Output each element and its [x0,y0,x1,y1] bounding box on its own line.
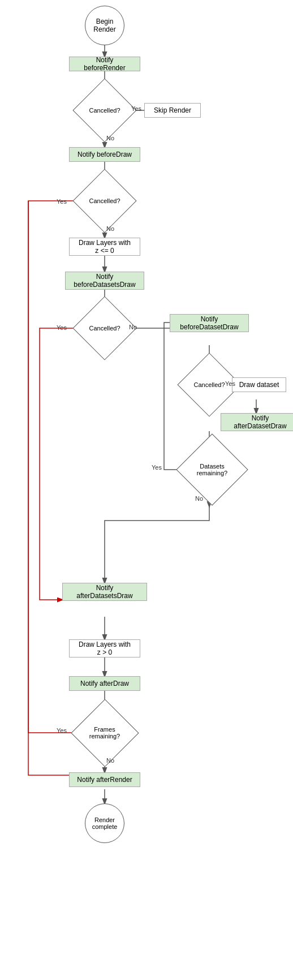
edge-label-yes-3: Yes [57,324,67,331]
draw-layers-z0-node: Draw Layers with z <= 0 [69,238,140,256]
notify-after-dataset-draw-label: Notify afterDatasetDraw [234,414,286,430]
draw-layers-z0-label: Draw Layers with z <= 0 [79,239,131,255]
edge-label-no-1: No [106,135,114,141]
edge-label-no-frames: No [106,757,114,764]
begin-render-label: Begin Render [85,18,124,33]
notify-before-dataset-draw-node: Notify beforeDatasetDraw [170,314,249,332]
edge-label-yes-1: Yes [131,105,141,112]
edge-label-no-3: No [129,324,137,330]
render-complete-label: Render complete [92,816,118,830]
notify-before-render-node: Notify beforeRender [69,57,140,71]
render-complete-node: Render complete [85,803,124,843]
notify-before-datasets-draw-label: Notify beforeDatasetsDraw [74,273,135,289]
notify-before-dataset-draw-label: Notify beforeDatasetDraw [180,315,238,331]
notify-after-datasets-draw-label: Notify afterDatasetsDraw [76,584,132,600]
draw-dataset-label: Draw dataset [239,381,279,389]
skip-render-label: Skip Render [154,106,191,114]
notify-after-draw-node: Notify afterDraw [69,676,140,691]
edge-label-yes-4: Yes [225,380,235,387]
notify-after-render-node: Notify afterRender [69,772,140,787]
notify-before-draw-label: Notify beforeDraw [77,151,132,158]
datasets-remaining-node: Datasets remaining? [187,447,238,492]
frames-remaining-diamond [71,699,139,767]
notify-before-render-label: Notify beforeRender [75,56,134,72]
edge-label-yes-2: Yes [57,198,67,205]
begin-render-node: Begin Render [85,6,124,45]
cancelled-1-diamond [72,78,136,142]
cancelled-2-node: Cancelled? [82,178,127,223]
notify-after-render-label: Notify afterRender [77,776,132,784]
flowchart: Begin Render Notify beforeRender Cancell… [0,0,293,980]
notify-after-datasets-draw-node: Notify afterDatasetsDraw [62,583,147,601]
edge-label-no-datasets: No [195,495,203,502]
notify-after-dataset-draw-node: Notify afterDatasetDraw [221,413,293,431]
edge-label-yes-frames: Yes [57,727,67,734]
cancelled-1-node: Cancelled? [82,88,127,133]
cancelled-3-diamond [72,296,136,360]
cancelled-3-node: Cancelled? [82,306,127,351]
notify-after-draw-label: Notify afterDraw [80,680,129,687]
draw-dataset-node: Draw dataset [232,377,286,392]
notify-before-datasets-draw-node: Notify beforeDatasetsDraw [65,272,144,290]
datasets-remaining-diamond [176,433,248,505]
draw-layers-zpos-label: Draw Layers with z > 0 [79,641,131,656]
cancelled-2-diamond [72,169,136,233]
connectors-svg [0,0,293,980]
notify-before-draw-node: Notify beforeDraw [69,147,140,162]
edge-label-yes-datasets: Yes [152,464,162,471]
draw-layers-zpos-node: Draw Layers with z > 0 [69,639,140,657]
frames-remaining-node: Frames remaining? [82,707,127,758]
skip-render-node: Skip Render [144,103,201,118]
edge-label-no-2: No [106,225,114,232]
